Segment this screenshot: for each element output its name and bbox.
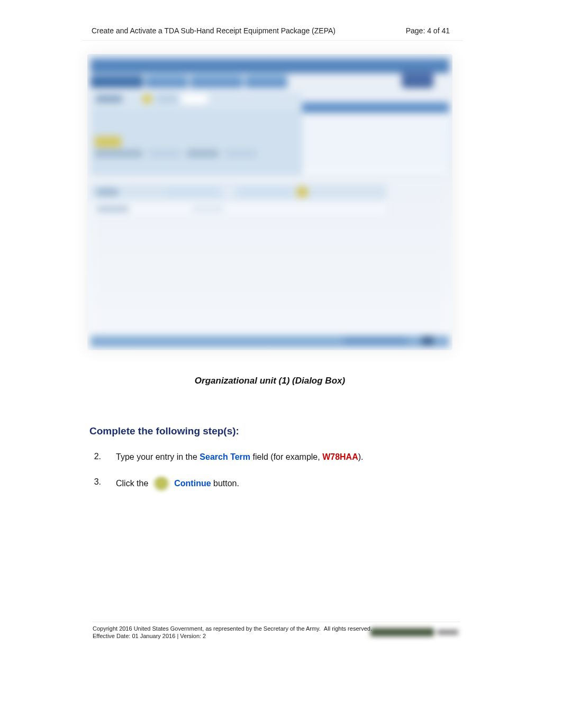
button-name: Continue <box>174 479 211 488</box>
filter-label <box>97 188 118 196</box>
toolbar-label <box>96 95 122 103</box>
embedded-screenshot <box>87 54 452 350</box>
step-number: 2. <box>92 451 101 461</box>
field-input <box>149 149 180 158</box>
page-header: Create and Activate a TDA Sub-Hand Recei… <box>82 21 463 41</box>
copyright-text: Copyright 2016 United States Government,… <box>93 625 321 632</box>
field-label <box>95 150 142 157</box>
step-text-pre: Click the <box>116 479 151 488</box>
footer-logo-main <box>370 628 434 636</box>
filter-input <box>166 187 219 197</box>
dialog-box <box>302 102 449 176</box>
field-label <box>187 150 219 157</box>
step-text-mid: field (for example, <box>250 452 322 461</box>
field-example: W78HAA <box>322 452 358 461</box>
steps-heading: Complete the following step(s): <box>89 425 463 437</box>
multi-select-icon <box>297 187 307 197</box>
form-row <box>95 149 257 158</box>
status-text <box>343 338 407 344</box>
filter-row <box>90 184 387 200</box>
toolbar-icon <box>142 94 152 104</box>
step-text-post: button. <box>211 479 239 488</box>
screenshot-content-blurred <box>87 54 452 350</box>
step-text-post: ). <box>358 452 364 461</box>
document-page: Create and Activate a TDA Sub-Hand Recei… <box>82 21 463 505</box>
toolbar-button <box>156 94 177 104</box>
page-number: Page: 4 of 41 <box>397 26 460 35</box>
field-name: Search Term <box>200 452 250 461</box>
document-title: Create and Activate a TDA Sub-Hand Recei… <box>92 26 397 35</box>
result-label <box>97 206 129 212</box>
dialog-titlebar <box>302 102 449 113</box>
footer-logo-sub <box>437 630 458 635</box>
field-input <box>225 149 257 158</box>
footer-logo <box>370 625 460 639</box>
tab <box>146 75 188 88</box>
logo-block <box>402 70 433 88</box>
figure-caption: Organizational unit (1) (Dialog Box) <box>87 376 452 386</box>
result-row <box>90 202 387 216</box>
status-icon <box>422 336 433 345</box>
step-number: 3. <box>92 476 101 487</box>
page-footer: Copyright 2016 United States Government,… <box>93 622 460 639</box>
to-label <box>224 187 233 197</box>
result-value <box>192 205 224 213</box>
dialog-body <box>302 113 449 168</box>
toolbar-input <box>182 94 208 104</box>
section-label <box>95 136 121 147</box>
footer-logo-blurred <box>370 625 460 639</box>
tab <box>245 75 287 88</box>
step-2: 2. Type your entry in the Search Term fi… <box>92 451 463 463</box>
status-bar <box>90 335 449 347</box>
continue-icon <box>152 476 171 492</box>
step-text: Click the Continue button. <box>116 476 239 492</box>
filter-input <box>239 187 292 197</box>
tab-active <box>90 75 143 88</box>
toolbar <box>90 92 302 106</box>
tab <box>190 75 243 88</box>
continue-icon-glyph <box>152 476 171 492</box>
step-text: Type your entry in the Search Term field… <box>116 451 363 463</box>
tab-row <box>90 75 449 91</box>
step-3: 3. Click the Continue button. <box>92 476 463 492</box>
steps-list: 2. Type your entry in the Search Term fi… <box>92 451 463 492</box>
rights-text: All rights reserved. <box>324 625 372 632</box>
form-panel <box>90 107 302 176</box>
app-titlebar <box>90 58 449 73</box>
step-text-pre: Type your entry in the <box>116 452 200 461</box>
